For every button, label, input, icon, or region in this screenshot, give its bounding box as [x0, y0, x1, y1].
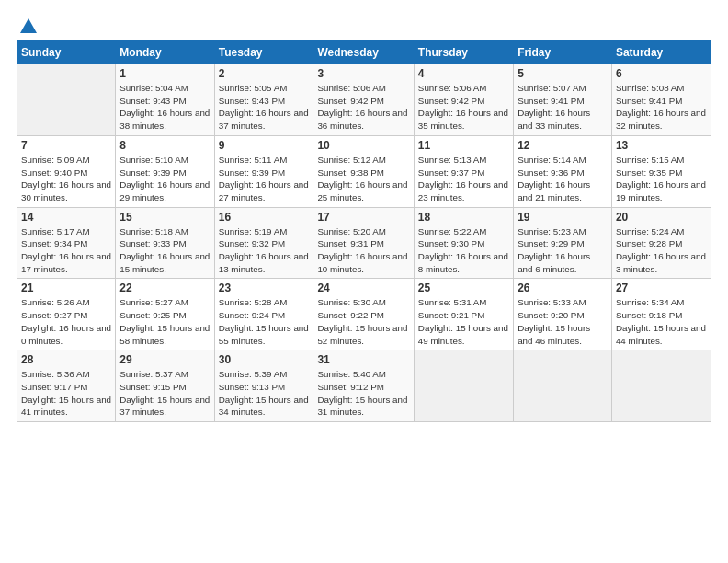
day-number: 10: [317, 139, 409, 152]
header: [17, 17, 711, 33]
day-cell: 11Sunrise: 5:13 AM Sunset: 9:37 PM Dayli…: [414, 135, 513, 207]
day-cell: 20Sunrise: 5:24 AM Sunset: 9:28 PM Dayli…: [611, 207, 711, 279]
day-cell: [514, 350, 612, 422]
day-info: Sunrise: 5:33 AM Sunset: 9:20 PM Dayligh…: [518, 296, 608, 347]
day-cell: 7Sunrise: 5:09 AM Sunset: 9:40 PM Daylig…: [17, 135, 116, 207]
day-cell: 25Sunrise: 5:31 AM Sunset: 9:21 PM Dayli…: [414, 279, 513, 350]
day-number: 22: [119, 282, 210, 294]
day-info: Sunrise: 5:06 AM Sunset: 9:42 PM Dayligh…: [317, 82, 409, 132]
day-number: 18: [418, 211, 509, 224]
day-info: Sunrise: 5:27 AM Sunset: 9:25 PM Dayligh…: [119, 296, 210, 347]
day-info: Sunrise: 5:28 AM Sunset: 9:24 PM Dayligh…: [219, 296, 310, 347]
day-number: 13: [616, 139, 707, 152]
day-cell: 18Sunrise: 5:22 AM Sunset: 9:30 PM Dayli…: [414, 207, 513, 279]
day-number: 16: [219, 211, 310, 224]
day-cell: 14Sunrise: 5:17 AM Sunset: 9:34 PM Dayli…: [17, 207, 116, 279]
calendar-table: SundayMondayTuesdayWednesdayThursdayFrid…: [17, 40, 711, 422]
day-cell: 1Sunrise: 5:04 AM Sunset: 9:43 PM Daylig…: [116, 64, 214, 136]
week-row-4: 21Sunrise: 5:26 AM Sunset: 9:27 PM Dayli…: [17, 279, 711, 350]
day-info: Sunrise: 5:34 AM Sunset: 9:18 PM Dayligh…: [616, 296, 707, 347]
day-number: 25: [418, 282, 509, 294]
day-cell: 12Sunrise: 5:14 AM Sunset: 9:36 PM Dayli…: [514, 135, 612, 207]
day-cell: 5Sunrise: 5:07 AM Sunset: 9:41 PM Daylig…: [514, 64, 612, 136]
day-cell: 24Sunrise: 5:30 AM Sunset: 9:22 PM Dayli…: [313, 279, 414, 350]
day-number: 7: [21, 139, 111, 152]
logo-icon: [18, 17, 39, 37]
weekday-header-thursday: Thursday: [414, 41, 513, 64]
day-number: 8: [119, 139, 210, 152]
weekday-header-monday: Monday: [116, 41, 214, 64]
day-cell: 30Sunrise: 5:39 AM Sunset: 9:13 PM Dayli…: [214, 350, 313, 422]
day-number: 27: [616, 282, 707, 294]
day-cell: 9Sunrise: 5:11 AM Sunset: 9:39 PM Daylig…: [214, 135, 313, 207]
day-info: Sunrise: 5:22 AM Sunset: 9:30 PM Dayligh…: [418, 225, 509, 276]
day-number: 11: [418, 139, 509, 152]
day-number: 29: [119, 353, 210, 366]
day-info: Sunrise: 5:30 AM Sunset: 9:22 PM Dayligh…: [317, 296, 409, 347]
svg-marker-0: [20, 18, 37, 33]
day-number: 3: [317, 67, 409, 80]
day-info: Sunrise: 5:06 AM Sunset: 9:42 PM Dayligh…: [418, 82, 509, 132]
day-cell: 28Sunrise: 5:36 AM Sunset: 9:17 PM Dayli…: [17, 350, 116, 422]
day-number: 26: [518, 282, 608, 294]
day-info: Sunrise: 5:08 AM Sunset: 9:41 PM Dayligh…: [616, 82, 707, 132]
day-info: Sunrise: 5:19 AM Sunset: 9:32 PM Dayligh…: [219, 225, 310, 276]
day-number: 31: [317, 353, 409, 366]
day-cell: 4Sunrise: 5:06 AM Sunset: 9:42 PM Daylig…: [414, 64, 513, 136]
day-info: Sunrise: 5:26 AM Sunset: 9:27 PM Dayligh…: [21, 296, 111, 347]
day-number: 30: [219, 353, 310, 366]
day-info: Sunrise: 5:17 AM Sunset: 9:34 PM Dayligh…: [21, 225, 111, 276]
day-number: 24: [317, 282, 409, 294]
day-info: Sunrise: 5:04 AM Sunset: 9:43 PM Dayligh…: [119, 82, 210, 132]
day-cell: [17, 64, 116, 136]
day-cell: 27Sunrise: 5:34 AM Sunset: 9:18 PM Dayli…: [611, 279, 711, 350]
day-cell: 21Sunrise: 5:26 AM Sunset: 9:27 PM Dayli…: [17, 279, 116, 350]
day-number: 1: [119, 67, 210, 80]
day-info: Sunrise: 5:20 AM Sunset: 9:31 PM Dayligh…: [317, 225, 409, 276]
day-cell: 29Sunrise: 5:37 AM Sunset: 9:15 PM Dayli…: [116, 350, 214, 422]
day-info: Sunrise: 5:10 AM Sunset: 9:39 PM Dayligh…: [119, 154, 210, 204]
day-info: Sunrise: 5:23 AM Sunset: 9:29 PM Dayligh…: [518, 225, 608, 276]
day-cell: 31Sunrise: 5:40 AM Sunset: 9:12 PM Dayli…: [313, 350, 414, 422]
day-info: Sunrise: 5:14 AM Sunset: 9:36 PM Dayligh…: [518, 154, 608, 204]
day-info: Sunrise: 5:24 AM Sunset: 9:28 PM Dayligh…: [616, 225, 707, 276]
day-info: Sunrise: 5:39 AM Sunset: 9:13 PM Dayligh…: [219, 368, 310, 419]
day-number: 23: [219, 282, 310, 294]
day-cell: 3Sunrise: 5:06 AM Sunset: 9:42 PM Daylig…: [313, 64, 414, 136]
day-number: 5: [518, 67, 608, 80]
day-info: Sunrise: 5:36 AM Sunset: 9:17 PM Dayligh…: [21, 368, 111, 419]
day-info: Sunrise: 5:05 AM Sunset: 9:43 PM Dayligh…: [219, 82, 310, 132]
day-info: Sunrise: 5:40 AM Sunset: 9:12 PM Dayligh…: [317, 368, 409, 419]
day-number: 2: [219, 67, 310, 80]
day-number: 12: [518, 139, 608, 152]
day-cell: 10Sunrise: 5:12 AM Sunset: 9:38 PM Dayli…: [313, 135, 414, 207]
day-cell: 22Sunrise: 5:27 AM Sunset: 9:25 PM Dayli…: [116, 279, 214, 350]
calendar-page: SundayMondayTuesdayWednesdayThursdayFrid…: [0, 0, 728, 563]
day-number: 20: [616, 211, 707, 224]
day-info: Sunrise: 5:18 AM Sunset: 9:33 PM Dayligh…: [119, 225, 210, 276]
day-cell: [611, 350, 711, 422]
day-cell: 16Sunrise: 5:19 AM Sunset: 9:32 PM Dayli…: [214, 207, 313, 279]
weekday-header-wednesday: Wednesday: [313, 41, 414, 64]
day-cell: 19Sunrise: 5:23 AM Sunset: 9:29 PM Dayli…: [514, 207, 612, 279]
day-info: Sunrise: 5:15 AM Sunset: 9:35 PM Dayligh…: [616, 154, 707, 204]
day-number: 4: [418, 67, 509, 80]
week-row-5: 28Sunrise: 5:36 AM Sunset: 9:17 PM Dayli…: [17, 350, 711, 422]
day-cell: 17Sunrise: 5:20 AM Sunset: 9:31 PM Dayli…: [313, 207, 414, 279]
day-cell: 23Sunrise: 5:28 AM Sunset: 9:24 PM Dayli…: [214, 279, 313, 350]
weekday-header-friday: Friday: [514, 41, 612, 64]
day-cell: 26Sunrise: 5:33 AM Sunset: 9:20 PM Dayli…: [514, 279, 612, 350]
day-info: Sunrise: 5:09 AM Sunset: 9:40 PM Dayligh…: [21, 154, 111, 204]
day-number: 14: [21, 211, 111, 224]
week-row-3: 14Sunrise: 5:17 AM Sunset: 9:34 PM Dayli…: [17, 207, 711, 279]
day-number: 6: [616, 67, 707, 80]
weekday-header-tuesday: Tuesday: [214, 41, 313, 64]
day-cell: 15Sunrise: 5:18 AM Sunset: 9:33 PM Dayli…: [116, 207, 214, 279]
day-cell: 6Sunrise: 5:08 AM Sunset: 9:41 PM Daylig…: [611, 64, 711, 136]
weekday-header-saturday: Saturday: [611, 41, 711, 64]
day-info: Sunrise: 5:11 AM Sunset: 9:39 PM Dayligh…: [219, 154, 310, 204]
logo: [17, 17, 39, 33]
day-info: Sunrise: 5:12 AM Sunset: 9:38 PM Dayligh…: [317, 154, 409, 204]
day-info: Sunrise: 5:13 AM Sunset: 9:37 PM Dayligh…: [418, 154, 509, 204]
day-info: Sunrise: 5:07 AM Sunset: 9:41 PM Dayligh…: [518, 82, 608, 132]
